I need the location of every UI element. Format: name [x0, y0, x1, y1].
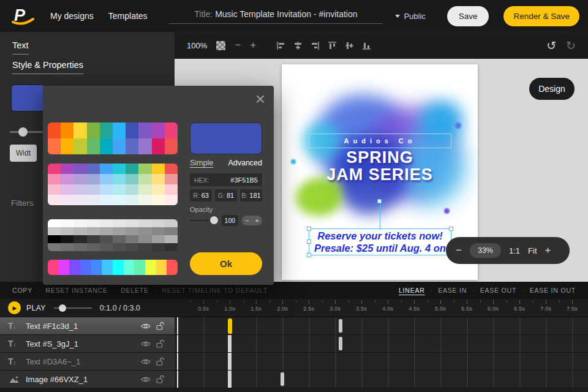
- color-swatch[interactable]: [48, 138, 61, 154]
- color-swatch[interactable]: [152, 138, 165, 154]
- color-swatch[interactable]: [48, 243, 61, 251]
- action-ease-out[interactable]: EASE OUT: [480, 287, 517, 294]
- fill-color-swatch[interactable]: [11, 85, 45, 111]
- title-text-line2[interactable]: JAM SERIES: [282, 165, 478, 184]
- color-swatch[interactable]: [126, 164, 138, 174]
- fit-button[interactable]: Fit: [528, 246, 537, 255]
- color-swatch[interactable]: [113, 195, 126, 205]
- brand-text-element[interactable]: Audios Co: [309, 134, 451, 148]
- slider-knob[interactable]: [18, 127, 28, 137]
- align-center-horizontal-icon[interactable]: [293, 41, 303, 50]
- unlock-icon[interactable]: [156, 375, 165, 383]
- color-swatch[interactable]: [61, 174, 74, 184]
- red-input[interactable]: R: 63: [190, 189, 212, 202]
- track-lane[interactable]: [175, 371, 588, 388]
- design-button[interactable]: Design: [529, 78, 575, 100]
- color-swatch[interactable]: [113, 235, 126, 243]
- color-swatch[interactable]: [126, 219, 138, 227]
- color-swatch[interactable]: [74, 235, 86, 243]
- color-swatch[interactable]: [138, 184, 151, 195]
- track-label-3[interactable]: Image #66VXZ_1: [0, 371, 175, 388]
- opacity-value[interactable]: 100: [222, 215, 239, 226]
- color-swatch[interactable]: [165, 235, 178, 243]
- color-swatch[interactable]: [48, 227, 61, 235]
- color-swatch[interactable]: [48, 123, 61, 138]
- color-swatch[interactable]: [100, 235, 113, 243]
- color-swatch[interactable]: [138, 123, 151, 138]
- opacity-decrement-button[interactable]: −: [242, 217, 252, 224]
- color-swatch[interactable]: [126, 235, 138, 243]
- color-swatch[interactable]: [138, 195, 151, 205]
- color-swatch[interactable]: [87, 184, 100, 195]
- align-right-icon[interactable]: [311, 41, 320, 50]
- color-swatch[interactable]: [100, 219, 113, 227]
- color-swatch[interactable]: [61, 219, 74, 227]
- color-swatch[interactable]: [100, 243, 113, 251]
- color-swatch[interactable]: [124, 260, 135, 275]
- color-swatch[interactable]: [87, 138, 100, 154]
- color-swatch[interactable]: [152, 235, 165, 243]
- track-label-1[interactable]: T↕Text #S_3gJ_1: [0, 335, 175, 352]
- sidebar-slider[interactable]: [10, 131, 45, 133]
- color-swatch[interactable]: [138, 243, 151, 251]
- align-middle-vertical-icon[interactable]: [345, 41, 354, 50]
- color-swatch[interactable]: [100, 138, 113, 154]
- color-swatch[interactable]: [48, 164, 61, 174]
- unlock-icon[interactable]: [156, 339, 165, 348]
- save-button[interactable]: Save: [447, 6, 489, 26]
- action-linear[interactable]: LINEAR: [399, 287, 425, 294]
- color-swatch[interactable]: [138, 219, 151, 227]
- action-copy[interactable]: COPY: [12, 287, 32, 294]
- eye-icon[interactable]: [141, 323, 151, 330]
- tab-style-properties[interactable]: Style & Properties: [12, 60, 83, 74]
- color-swatch[interactable]: [48, 195, 61, 205]
- color-swatch[interactable]: [61, 243, 74, 251]
- keyframe-marker[interactable]: [339, 337, 342, 350]
- color-swatch[interactable]: [152, 195, 165, 205]
- color-swatch[interactable]: [87, 243, 100, 251]
- color-swatch[interactable]: [48, 235, 61, 243]
- color-swatch[interactable]: [138, 174, 151, 184]
- color-swatch[interactable]: [126, 138, 138, 154]
- eye-icon[interactable]: [141, 376, 151, 383]
- track-lane[interactable]: [175, 317, 588, 334]
- eye-icon[interactable]: [141, 358, 151, 365]
- playback-speed-slider[interactable]: [54, 307, 92, 309]
- tab-advanced[interactable]: Advanced: [228, 159, 262, 167]
- color-swatch[interactable]: [165, 174, 178, 184]
- color-swatch[interactable]: [87, 164, 100, 174]
- color-swatch[interactable]: [138, 164, 151, 174]
- blue-input[interactable]: B: 181: [240, 189, 262, 202]
- color-swatch[interactable]: [165, 219, 178, 227]
- color-swatch[interactable]: [113, 184, 126, 195]
- color-swatch[interactable]: [100, 195, 113, 205]
- color-swatch[interactable]: [165, 184, 178, 195]
- color-swatch[interactable]: [74, 227, 86, 235]
- color-swatch[interactable]: [87, 195, 100, 205]
- color-swatch[interactable]: [113, 243, 126, 251]
- playhead-marker[interactable]: [228, 371, 232, 388]
- color-swatch[interactable]: [87, 219, 100, 227]
- color-swatch[interactable]: [165, 123, 178, 138]
- play-button[interactable]: ▶: [8, 301, 21, 314]
- playback-slider-knob[interactable]: [59, 304, 66, 312]
- color-swatch[interactable]: [61, 227, 74, 235]
- color-swatch[interactable]: [91, 260, 102, 275]
- render-save-button[interactable]: Render & Save: [503, 6, 579, 26]
- action-reset-timeline-to-default[interactable]: RESET TIMELINE TO DEFAULT: [162, 287, 268, 294]
- color-swatch[interactable]: [165, 243, 178, 251]
- hex-input[interactable]: HEX: #3F51B5: [190, 173, 262, 186]
- canvas-zoom-value[interactable]: 33%: [470, 243, 501, 258]
- color-swatch[interactable]: [113, 174, 126, 184]
- color-swatch[interactable]: [165, 195, 178, 205]
- opacity-slider[interactable]: [190, 220, 218, 221]
- ok-button[interactable]: Ok: [190, 252, 262, 275]
- color-swatch[interactable]: [126, 184, 138, 195]
- design-title-input[interactable]: Title:Music Template Invitation - #invit…: [168, 8, 383, 24]
- zoom-in-button[interactable]: +: [250, 39, 256, 51]
- color-swatch[interactable]: [152, 219, 165, 227]
- color-swatch[interactable]: [61, 184, 74, 195]
- color-swatch[interactable]: [126, 123, 138, 138]
- color-swatch[interactable]: [74, 138, 86, 154]
- selection-handle[interactable]: [377, 199, 382, 203]
